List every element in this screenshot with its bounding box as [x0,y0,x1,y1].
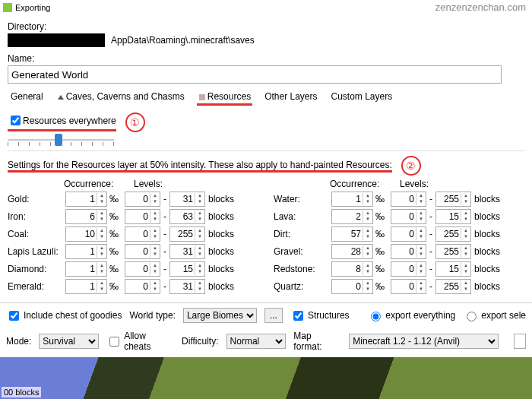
spinner-up[interactable]: ▲ [461,280,470,287]
spinner-up[interactable]: ▲ [97,280,106,287]
spinner-up[interactable]: ▲ [363,263,372,269]
spinner-up[interactable]: ▲ [461,193,470,199]
spinner-down[interactable]: ▼ [150,234,160,240]
spinner-up[interactable]: ▲ [195,280,204,287]
spinner-down[interactable]: ▼ [195,234,204,240]
spinner-down[interactable]: ▼ [150,217,160,223]
spinner[interactable]: ▲▼ [435,226,471,242]
spinner-up[interactable]: ▲ [97,263,106,269]
spinner-down[interactable]: ▼ [150,252,160,258]
spinner-down[interactable]: ▼ [97,234,106,240]
structures-checkbox[interactable] [293,311,303,321]
spinner-down[interactable]: ▼ [461,252,470,258]
spinner[interactable]: ▲▼ [125,209,160,224]
spinner-input[interactable] [332,263,363,275]
spinner-down[interactable]: ▼ [461,234,470,240]
spinner-down[interactable]: ▼ [150,287,160,293]
spinner-input[interactable] [170,263,195,275]
spinner[interactable]: ▲▼ [169,209,205,224]
spinner[interactable]: ▲▼ [331,261,373,277]
spinner-input[interactable] [170,193,195,205]
tab-general[interactable]: General [9,90,45,106]
spinner-up[interactable]: ▲ [416,193,426,199]
spinner-up[interactable]: ▲ [195,245,204,252]
world-type-select[interactable]: Large Biomes [183,308,257,323]
spinner-up[interactable]: ▲ [97,193,106,199]
spinner-down[interactable]: ▼ [97,287,106,293]
spinner-up[interactable]: ▲ [416,211,426,217]
spinner-input[interactable] [125,211,150,223]
spinner[interactable]: ▲▼ [435,192,471,207]
spinner-down[interactable]: ▼ [416,287,426,293]
spinner-up[interactable]: ▲ [150,228,160,234]
spinner-down[interactable]: ▼ [97,269,106,275]
spinner-down[interactable]: ▼ [461,269,470,275]
mode-select[interactable]: Survival [39,334,99,349]
spinner[interactable]: ▲▼ [331,192,373,207]
spinner-input[interactable] [125,245,150,258]
spinner-down[interactable]: ▼ [461,199,470,205]
spinner-down[interactable]: ▼ [195,287,204,293]
spinner-up[interactable]: ▲ [97,211,106,217]
spinner-input[interactable] [332,228,363,240]
spinner-input[interactable] [66,193,97,205]
spinner-up[interactable]: ▲ [363,228,372,234]
spinner[interactable]: ▲▼ [391,226,426,242]
spinner-up[interactable]: ▲ [150,211,160,217]
spinner-input[interactable] [391,228,416,240]
spinner-down[interactable]: ▼ [363,252,372,258]
spinner-input[interactable] [125,193,150,205]
spinner-input[interactable] [66,263,97,275]
spinner-up[interactable]: ▲ [461,263,470,269]
spinner[interactable]: ▲▼ [391,244,426,259]
spinner-down[interactable]: ▼ [461,287,470,293]
intensity-slider[interactable] [8,134,114,146]
spinner[interactable]: ▲▼ [391,279,426,294]
spinner-up[interactable]: ▲ [416,263,426,269]
resources-everywhere-checkbox[interactable] [11,116,21,125]
spinner-down[interactable]: ▼ [363,269,372,275]
spinner-up[interactable]: ▲ [97,228,106,234]
spinner-up[interactable]: ▲ [363,211,372,217]
spinner-up[interactable]: ▲ [363,245,372,252]
spinner-up[interactable]: ▲ [195,228,204,234]
spinner-down[interactable]: ▼ [461,217,470,223]
spinner-up[interactable]: ▲ [150,245,160,252]
spinner-up[interactable]: ▲ [150,193,160,199]
spinner[interactable]: ▲▼ [125,226,160,242]
spinner-input[interactable] [332,280,363,293]
spinner-down[interactable]: ▼ [416,217,426,223]
spinner-down[interactable]: ▼ [416,199,426,205]
spinner[interactable]: ▲▼ [435,209,471,224]
spinner[interactable]: ▲▼ [65,192,107,207]
tab-custom-layers[interactable]: Custom Layers [330,90,394,106]
spinner-up[interactable]: ▲ [195,193,204,199]
spinner-input[interactable] [436,245,461,258]
spinner-input[interactable] [125,263,150,275]
spinner-up[interactable]: ▲ [363,280,372,287]
spinner[interactable]: ▲▼ [169,279,205,294]
spinner-down[interactable]: ▼ [150,199,160,205]
spinner-input[interactable] [66,245,97,258]
spinner-down[interactable]: ▼ [195,199,204,205]
spinner-input[interactable] [125,280,150,293]
export-everything-radio[interactable] [371,312,381,321]
map-format-select[interactable]: Minecraft 1.2 - 1.12 (Anvil) [349,334,499,349]
name-field[interactable] [8,65,502,84]
world-type-more-button[interactable]: ... [264,308,283,323]
spinner-input[interactable] [436,193,461,205]
tab-other-layers[interactable]: Other Layers [263,90,318,106]
difficulty-select[interactable]: Normal [226,334,287,349]
spinner-input[interactable] [436,211,461,223]
tab-resources[interactable]: Resources [197,90,252,106]
spinner-up[interactable]: ▲ [416,280,426,287]
spinner-up[interactable]: ▲ [97,245,106,252]
spinner[interactable]: ▲▼ [391,192,426,207]
spinner-down[interactable]: ▼ [363,217,372,223]
spinner-down[interactable]: ▼ [195,217,204,223]
spinner-input[interactable] [332,193,363,205]
export-selection-radio[interactable] [467,312,477,321]
spinner-up[interactable]: ▲ [150,280,160,287]
spinner[interactable]: ▲▼ [65,209,107,224]
spinner-input[interactable] [170,245,195,258]
